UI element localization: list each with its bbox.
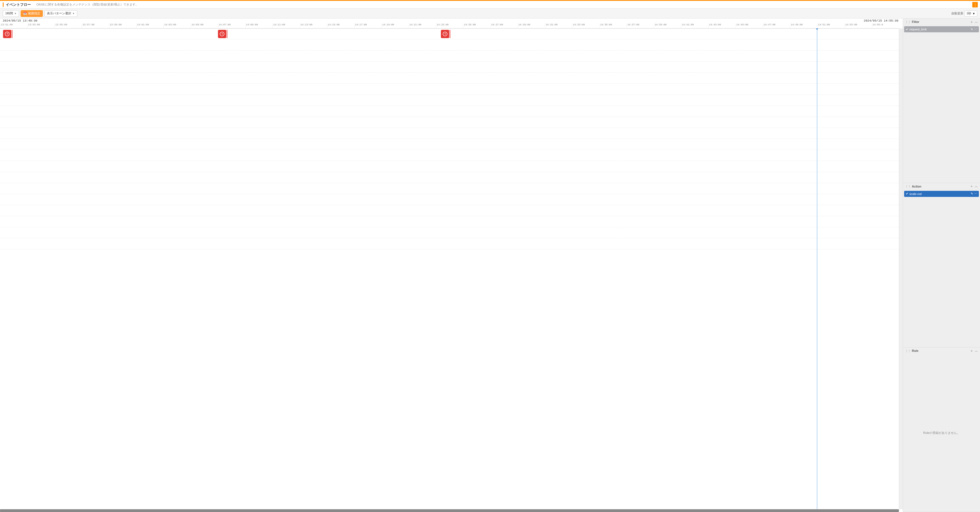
timeline-row — [0, 128, 899, 139]
main-area: 2024/05/15 13:49:30 2024/05/15 14:55:30 … — [0, 19, 980, 512]
timeline-tick: 14:33:00 — [572, 24, 599, 28]
side-panels: ⋮⋮ Filter ＋ ︿ ✔request_limit✎﹀ ⋮⋮ Action… — [903, 19, 980, 512]
calendar-icon: 📅 — [23, 11, 27, 15]
kebab-icon: ⋮ — [974, 3, 977, 6]
rule-panel-body: Ruleの登録がありません。 — [903, 354, 980, 512]
auto-refresh-label: 自動更新 — [951, 11, 963, 16]
timeline-tick: 14:05:00 — [191, 24, 218, 28]
refresh-interval-value: 1秒 — [966, 11, 971, 16]
timeline-row — [0, 150, 899, 161]
refresh-interval-dropdown[interactable]: 1秒 ▼ — [964, 11, 977, 17]
timeout-event-icon[interactable] — [441, 30, 449, 38]
event-marker-bar — [12, 30, 13, 38]
filter-panel: ⋮⋮ Filter ＋ ︿ ✔request_limit✎﹀ — [903, 19, 980, 183]
timeline-tick: 14:17:00 — [354, 24, 382, 28]
timeline-tick: 14:13:00 — [300, 24, 327, 28]
timeout-event-icon[interactable] — [3, 30, 11, 38]
action-panel-body: ✔scale-out✎﹀ — [903, 190, 980, 348]
grip-icon[interactable]: ⋮⋮ — [905, 21, 911, 24]
collapse-filter-button[interactable]: ︿ — [975, 20, 978, 24]
panel-item-label: scale-out — [909, 192, 922, 196]
expand-item-button[interactable]: ﹀ — [974, 191, 977, 196]
timeline-row — [0, 73, 899, 84]
display-pattern-dropdown[interactable]: 表示パターン選択 ▼ — [45, 10, 77, 17]
header-menu-button[interactable]: ⋮ — [972, 2, 978, 8]
filter-panel-body: ✔request_limit✎﹀ — [903, 25, 980, 183]
timeline-tick: 14:01:00 — [136, 24, 164, 28]
timeline-tick: 14:55:0 — [872, 24, 899, 28]
vertical-scrollbar[interactable] — [899, 29, 903, 509]
horizontal-scrollbar[interactable] — [0, 509, 899, 512]
timeline-tick-row: 13:51:0013:53:0013:55:0013:57:0013:59:00… — [0, 24, 899, 29]
timeline-tick: 14:35:00 — [599, 24, 627, 28]
timeline-row — [0, 117, 899, 128]
timeline-row — [0, 51, 899, 62]
timeline-tick: 13:53:00 — [27, 24, 55, 28]
panel-item[interactable]: ✔scale-out✎﹀ — [904, 191, 979, 197]
timeline-rows — [0, 29, 899, 509]
timeline-row — [0, 205, 899, 216]
filter-panel-title: Filter — [912, 20, 919, 24]
edit-item-button[interactable]: ✎ — [970, 192, 973, 196]
add-action-button[interactable]: ＋ — [970, 184, 973, 188]
current-time-line — [817, 29, 817, 509]
timeline-tick: 14:49:00 — [790, 24, 817, 28]
check-icon: ✔ — [906, 28, 908, 31]
edit-item-button[interactable]: ✎ — [970, 28, 973, 31]
rule-panel-header: ⋮⋮ Rule ＋ ︿ — [903, 348, 980, 354]
timeline-tick: 14:41:00 — [681, 24, 708, 28]
timeline-tick: 14:09:00 — [245, 24, 273, 28]
action-panel-title: Action — [912, 185, 921, 188]
timeline-tick: 14:39:00 — [654, 24, 681, 28]
timeline-tick: 14:07:00 — [218, 24, 245, 28]
timeline-row — [0, 172, 899, 183]
timeout-event-icon[interactable] — [218, 30, 226, 38]
timeline-tick: 14:19:00 — [381, 24, 409, 28]
add-filter-button[interactable]: ＋ — [970, 20, 973, 24]
toolbar: 1時間 ▼ 📅 範囲指定 表示パターン選択 ▼ 自動更新 1秒 ▼ — [0, 8, 980, 19]
timeline-row — [0, 183, 899, 194]
timeline-tick: 14:31:00 — [545, 24, 572, 28]
chevron-down-icon: ▼ — [972, 12, 975, 15]
timeline-row — [0, 139, 899, 150]
check-icon: ✔ — [906, 192, 908, 196]
action-panel-header: ⋮⋮ Action ＋ ︿ — [903, 183, 980, 190]
timeline-end-timestamp: 2024/05/15 14:55:30 — [864, 19, 898, 22]
chevron-down-icon: ▼ — [14, 12, 17, 15]
rule-panel: ⋮⋮ Rule ＋ ︿ Ruleの登録がありません。 — [903, 348, 980, 512]
collapse-rule-button[interactable]: ︿ — [975, 349, 978, 353]
time-range-label: 1時間 — [5, 11, 13, 16]
page-header: イベントフロー OASEに関する各種設定をメンテナンス（閲覧/登録/更新/廃止）… — [0, 1, 980, 8]
timeline-row — [0, 238, 899, 249]
timeline-tick: 14:43:00 — [708, 24, 735, 28]
grip-icon[interactable]: ⋮⋮ — [905, 185, 911, 188]
range-specify-button[interactable]: 📅 範囲指定 — [21, 10, 43, 17]
grip-icon[interactable]: ⋮⋮ — [905, 349, 911, 352]
timeline-tick: 14:29:00 — [518, 24, 545, 28]
event-marker-bar — [450, 30, 450, 38]
timeline-tick: 14:23:00 — [436, 24, 463, 28]
timeline-header: 2024/05/15 13:49:30 2024/05/15 14:55:30 … — [0, 19, 903, 29]
timeline-row — [0, 194, 899, 205]
display-pattern-label: 表示パターン選択 — [47, 11, 71, 16]
rule-empty-message: Ruleの登録がありません。 — [904, 355, 979, 510]
panel-item-label: request_limit — [909, 28, 926, 31]
timeline-tick: 14:47:00 — [763, 24, 790, 28]
timeline-tick: 14:53:00 — [845, 24, 872, 28]
filter-panel-header: ⋮⋮ Filter ＋ ︿ — [903, 19, 980, 25]
add-rule-button[interactable]: ＋ — [970, 349, 973, 353]
timeline-tick: 14:27:00 — [490, 24, 518, 28]
rule-panel-title: Rule — [912, 349, 918, 352]
panel-item[interactable]: ✔request_limit✎﹀ — [904, 26, 979, 32]
timeline-tick: 13:59:00 — [109, 24, 136, 28]
timeline-row — [0, 62, 899, 73]
time-range-dropdown[interactable]: 1時間 ▼ — [3, 10, 19, 17]
timeline-row — [0, 95, 899, 106]
timeline-body[interactable] — [0, 29, 903, 512]
timeline-row — [0, 216, 899, 227]
expand-item-button[interactable]: ﹀ — [974, 27, 977, 32]
page-description: OASEに関する各種設定をメンテナンス（閲覧/登録/更新/廃止）できます。 — [37, 3, 138, 6]
timeline-row — [0, 106, 899, 117]
timeline-tick: 14:37:00 — [627, 24, 654, 28]
collapse-action-button[interactable]: ︿ — [975, 184, 978, 188]
